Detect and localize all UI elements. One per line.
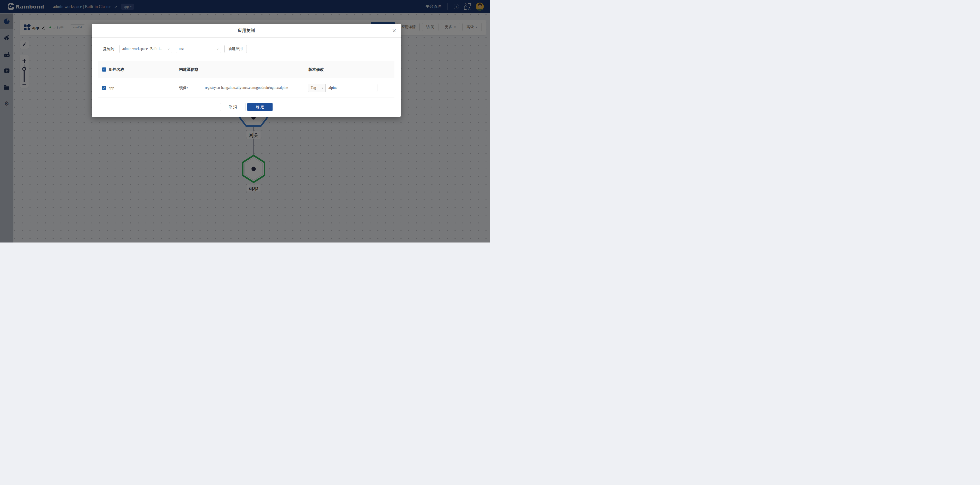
chevron-down-icon: ∨ [216,47,219,51]
copy-to-row: 复制到 admin workspace | Built-i... ∨ test … [103,45,247,53]
col-header-component-name: 组件名称 [109,67,124,72]
app-copy-modal: 应用复制 × 复制到 admin workspace | Built-i... … [92,24,401,117]
chevron-down-icon: ∨ [167,47,170,51]
components-table: ✓ 组件名称 构建源信息 版本修改 ✓ app 镜像: registry.cn-… [98,61,395,98]
version-value-input[interactable] [326,84,377,92]
close-icon[interactable]: × [391,27,398,34]
target-app-select[interactable]: test ∨ [176,45,221,53]
col-header-build-source: 构建源信息 [179,67,198,72]
modal-header: 应用复制 × [92,24,401,38]
table-header-row: ✓ 组件名称 构建源信息 版本修改 [98,61,395,78]
cancel-button[interactable]: 取 消 [220,103,245,111]
version-type-select[interactable]: Tag ∨ [308,84,326,92]
modal-title: 应用复制 [92,24,401,38]
copy-to-label: 复制到 [103,47,115,51]
table-row: ✓ app 镜像: registry.cn-hangzhou.aliyuncs.… [98,78,395,98]
col-header-version: 版本修改 [309,67,324,72]
check-icon: ✓ [103,68,105,71]
new-app-button[interactable]: 新建应用 [224,45,247,53]
row-checkbox[interactable]: ✓ [102,86,106,90]
chevron-down-icon: ∨ [321,86,324,90]
component-name-cell: app [109,86,115,90]
select-all-checkbox[interactable]: ✓ [102,67,106,71]
modal-footer: 取 消 确 定 [92,103,401,111]
workspace-select[interactable]: admin workspace | Built-i... ∨ [119,45,172,53]
version-input-group: Tag ∨ [308,84,377,92]
confirm-button[interactable]: 确 定 [247,103,272,111]
build-source-cell: registry.cn-hangzhou.aliyuncs.com/goodra… [205,86,288,90]
rainbond-app: Rainbond admin workspace | Built-in Clus… [0,0,490,242]
build-type-cell: 镜像: [179,86,188,90]
check-icon: ✓ [103,86,105,89]
